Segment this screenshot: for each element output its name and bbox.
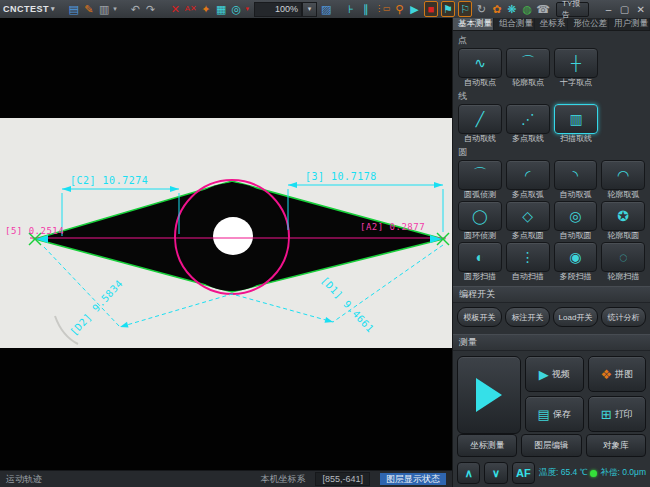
run-button[interactable]	[457, 356, 521, 434]
load-switch-button[interactable]: Load开关	[553, 307, 598, 327]
pan-icon[interactable]: ⚐	[458, 1, 472, 17]
key-icon[interactable]: ✦	[200, 2, 212, 16]
export-icon[interactable]: ▥	[98, 2, 110, 16]
tool-contour-arc[interactable]: ◠ 轮廓取弧	[601, 160, 645, 200]
rotate-icon[interactable]: ↻	[475, 2, 487, 16]
tool-label: 十字取点	[554, 78, 598, 88]
layer-edit-button[interactable]: 图层编辑	[521, 434, 581, 457]
zoom-combobox[interactable]: 100% ▾	[254, 2, 317, 17]
video-button[interactable]: ▶ 视频	[525, 356, 584, 392]
gear-icon[interactable]: ❋	[506, 2, 518, 16]
tool-ring-detect[interactable]: ◯ 圆环侦测	[458, 201, 502, 241]
tool-label: 多段扫描	[554, 272, 598, 282]
tool-multipoint-line[interactable]: ⋰ 多点取线	[506, 104, 550, 144]
template-switch-button[interactable]: 模板开关	[457, 307, 502, 327]
dim-label-top-right: [3] 10.7178	[305, 171, 377, 182]
tool-contour-circle[interactable]: ✪ 轮廓取圆	[601, 201, 645, 241]
stitch-button[interactable]: ❖ 拼图	[588, 356, 647, 392]
tool-panel: 基本测量 组合测量 坐标系 形位公差 用户测量 点 ∿ 自动取点 ⌒ 轮廓取点 …	[452, 18, 650, 487]
capture-icon[interactable]: ◎	[230, 2, 242, 16]
utility-buttons: 坐标测量 图层编辑 对象库	[453, 434, 650, 457]
tab-coordinate[interactable]: 坐标系	[535, 18, 568, 30]
tool-multisegment-scan[interactable]: ◉ 多段扫描	[554, 242, 598, 282]
tab-basic-measure[interactable]: 基本测量	[453, 18, 494, 30]
auto-arc-icon: ◝	[573, 167, 578, 183]
play-small-icon[interactable]: ▶	[408, 2, 420, 16]
tool-contour-scan[interactable]: ◌ 轮廓扫描	[601, 242, 645, 282]
caliper-horizontal-icon[interactable]: ∥	[360, 2, 372, 16]
minimize-button[interactable]: –	[602, 2, 615, 16]
tool-auto-circle[interactable]: ◎ 自动取圆	[554, 201, 598, 241]
tool-label: 轮廓取弧	[601, 190, 645, 200]
focus-down-button[interactable]: ∨	[484, 462, 507, 484]
compensation-value: 补偿: 0.0μm	[600, 467, 646, 479]
delete-icon[interactable]: ✕	[169, 2, 181, 16]
statistics-button[interactable]: 统计分析	[601, 307, 646, 327]
tool-scan-line[interactable]: ▥ 扫描取线	[554, 104, 598, 144]
zoom-dropdown-button[interactable]: ▾	[302, 2, 317, 17]
tool-arc-detect[interactable]: ⌒ 圆弧侦测	[458, 160, 502, 200]
video-icon: ▶	[539, 367, 549, 382]
measure-area: ▶ 视频 ❖ 拼图 ▤ 保存 ⊞ 打印	[453, 351, 650, 434]
close-button[interactable]: ✕	[634, 2, 647, 16]
probe-icon[interactable]: ⚲	[393, 2, 405, 16]
tool-multipoint-arc[interactable]: ◜ 多点取弧	[506, 160, 550, 200]
measurement-canvas[interactable]: [C2] 10.7274 [3] 10.7178 [5] 0.2514 [A2]…	[0, 18, 452, 470]
chevron-up-icon: ∧	[465, 467, 473, 480]
annotation-switch-button[interactable]: 标注开关	[505, 307, 550, 327]
tab-combo-measure[interactable]: 组合测量	[494, 18, 535, 30]
zoom-value[interactable]: 100%	[254, 2, 302, 17]
app-title: CNCTEST	[3, 4, 49, 14]
autofocus-button[interactable]: AF	[512, 462, 535, 484]
status-program: 本机坐标系	[260, 473, 305, 486]
focus-up-button[interactable]: ∧	[457, 462, 480, 484]
point-label-right: [A2] 0.2877	[360, 222, 425, 232]
tool-auto-scan[interactable]: ⋮ 自动扫描	[506, 242, 550, 282]
delete-all-icon[interactable]: A✕	[185, 2, 197, 16]
tab-tolerance[interactable]: 形位公差	[568, 18, 609, 30]
maximize-button[interactable]: ▢	[618, 2, 631, 16]
tool-cross-point[interactable]: ┼ 十字取点	[554, 48, 598, 88]
tool-auto-arc[interactable]: ◝ 自动取弧	[554, 160, 598, 200]
measure-box-icon[interactable]: ⋮▭	[375, 2, 390, 16]
edit-icon[interactable]: ✎	[83, 2, 95, 16]
app-menu[interactable]: CNCTEST ▾	[3, 4, 55, 14]
tool-multipoint-circle[interactable]: ◇ 多点取圆	[506, 201, 550, 241]
status-view-chip[interactable]: 图层显示状态	[380, 473, 446, 485]
tab-user-measure[interactable]: 用户测量	[609, 18, 650, 30]
button-label: 视频	[552, 368, 570, 381]
redo-icon[interactable]: ↷	[145, 2, 157, 16]
tool-label: 轮廓扫描	[601, 272, 645, 282]
undo-icon[interactable]: ↶	[129, 2, 141, 16]
tool-auto-point[interactable]: ∿ 自动取点	[458, 48, 502, 88]
app-window: CNCTEST ▾ ▤ ✎ ▥ ▾ ↶ ↷ ✕ A✕ ✦ ▦ ◎ ▾ 100% …	[0, 0, 650, 487]
caliper-vertical-icon[interactable]: ⊦	[345, 2, 357, 16]
temperature-status: 温度: 65.4 ℃ 补偿: 0.0μm	[539, 467, 646, 479]
camera-viewport[interactable]: [C2] 10.7274 [3] 10.7178 [5] 0.2514 [A2]…	[0, 18, 452, 470]
floppy-icon: ▤	[538, 407, 550, 422]
save-result-button[interactable]: ▤ 保存	[525, 396, 584, 432]
report-button[interactable]: TY报告	[556, 2, 589, 17]
tool-auto-line[interactable]: ╱ 自动取线	[458, 104, 502, 144]
status-left-text: 运动轨迹	[6, 473, 42, 486]
tool-label: 轮廓取点	[506, 78, 550, 88]
button-label: 拼图	[615, 368, 633, 381]
diamond-points-icon: ◇	[522, 208, 533, 224]
flag-icon[interactable]: ⚑	[441, 1, 455, 17]
coordinate-measure-button[interactable]: 坐标测量	[457, 434, 517, 457]
print-button[interactable]: ⊞ 打印	[588, 396, 647, 432]
image-icon[interactable]: ▨	[320, 2, 332, 16]
palette-icon[interactable]: ✿	[491, 2, 503, 16]
save-icon[interactable]: ▤	[68, 2, 80, 16]
globe-icon[interactable]: ◍	[521, 2, 533, 16]
object-library-button[interactable]: 对象库	[586, 434, 646, 457]
dashed-circle-icon: ◌	[619, 249, 627, 265]
capture-dropdown-icon[interactable]: ▾	[245, 5, 249, 13]
phone-icon[interactable]: ☎	[536, 2, 550, 16]
tool-circle-scan[interactable]: ◐ 圆形扫描	[458, 242, 502, 282]
grid-icon[interactable]: ▦	[215, 2, 227, 16]
status-coordinates: [855,-641]	[315, 472, 370, 486]
tool-contour-point[interactable]: ⌒ 轮廓取点	[506, 48, 550, 88]
record-icon[interactable]: ■	[424, 1, 438, 17]
export-dropdown-icon[interactable]: ▾	[113, 5, 117, 13]
